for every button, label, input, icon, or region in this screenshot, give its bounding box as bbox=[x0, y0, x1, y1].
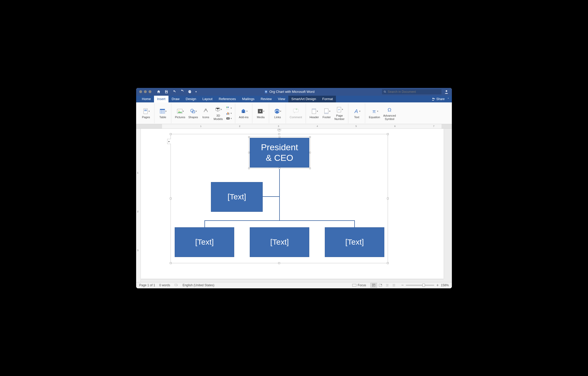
resize-handle[interactable] bbox=[278, 133, 280, 135]
icons-button[interactable]: Icons bbox=[200, 107, 212, 119]
header-button[interactable]: ▾ Header bbox=[308, 107, 320, 119]
focus-mode-button[interactable]: Focus bbox=[352, 283, 366, 287]
svg-point-4 bbox=[432, 98, 434, 99]
svg-text:W: W bbox=[265, 91, 267, 93]
tab-smartart-design[interactable]: SmartArt Design bbox=[288, 96, 319, 102]
zoom-level[interactable]: 158% bbox=[441, 283, 449, 287]
page-number-button[interactable]: #▾ Page Number bbox=[333, 106, 346, 121]
equation-button[interactable]: π▾ Equation bbox=[367, 107, 381, 119]
org-node-root[interactable]: President & CEO bbox=[250, 138, 309, 168]
page-indicator[interactable]: Page 1 of 1 bbox=[139, 283, 155, 287]
media-button[interactable]: ▾ Media bbox=[254, 107, 267, 119]
org-node-child[interactable]: [Text] bbox=[175, 227, 234, 257]
shape-handle[interactable] bbox=[309, 168, 311, 169]
save-icon[interactable] bbox=[164, 90, 168, 94]
document-page[interactable]: ⟳ ▸ bbox=[141, 129, 444, 279]
shapes-button[interactable]: ▾ Shapes bbox=[187, 107, 200, 119]
vertical-ruler[interactable]: 123 bbox=[136, 129, 141, 282]
text-pane-toggle[interactable]: ▸ bbox=[167, 139, 171, 144]
tab-review[interactable]: Review bbox=[258, 96, 275, 102]
screenshot-button[interactable]: ▾ bbox=[225, 116, 232, 121]
tab-layout[interactable]: Layout bbox=[199, 96, 216, 102]
word-count[interactable]: 0 words bbox=[159, 283, 170, 287]
text-button[interactable]: A▾ Text bbox=[350, 107, 363, 119]
resize-handle[interactable] bbox=[170, 198, 172, 199]
svg-rect-37 bbox=[372, 284, 375, 287]
title-bar: ▾ W Org Chart with Microsoft Word bbox=[136, 88, 452, 96]
search-box[interactable] bbox=[382, 89, 442, 94]
shape-handle[interactable] bbox=[309, 136, 311, 138]
symbol-button[interactable]: Ω Advanced Symbol bbox=[382, 106, 398, 121]
shape-handle[interactable] bbox=[248, 152, 250, 153]
shape-handle[interactable] bbox=[248, 168, 250, 169]
tab-insert[interactable]: Insert bbox=[154, 96, 169, 102]
connector-line bbox=[354, 220, 355, 228]
org-node-assistant[interactable]: [Text] bbox=[211, 182, 263, 212]
svg-rect-39 bbox=[381, 284, 382, 285]
zoom-thumb[interactable] bbox=[422, 284, 425, 287]
maximize-window-button[interactable] bbox=[149, 90, 151, 93]
tab-mailings[interactable]: Mailings bbox=[239, 96, 258, 102]
shape-handle[interactable] bbox=[279, 168, 280, 169]
print-icon[interactable] bbox=[188, 90, 192, 94]
org-node-child[interactable]: [Text] bbox=[325, 227, 384, 257]
svg-rect-16 bbox=[228, 107, 229, 108]
smartart-frame[interactable]: ⟳ ▸ bbox=[171, 134, 388, 263]
resize-handle[interactable] bbox=[170, 262, 172, 264]
minimize-window-button[interactable] bbox=[144, 90, 147, 93]
resize-handle[interactable] bbox=[387, 198, 389, 199]
table-button[interactable]: ▾ Table bbox=[157, 107, 169, 119]
window-controls[interactable] bbox=[139, 90, 151, 93]
web-layout-view-icon[interactable] bbox=[377, 283, 384, 288]
tab-home[interactable]: Home bbox=[139, 96, 154, 102]
tab-design[interactable]: Design bbox=[183, 96, 199, 102]
outline-view-icon[interactable] bbox=[384, 283, 391, 288]
rotate-handle-icon[interactable]: ⟳ bbox=[277, 129, 281, 132]
view-mode-buttons bbox=[370, 283, 397, 288]
svg-rect-22 bbox=[243, 112, 244, 113]
draft-view-icon[interactable] bbox=[391, 283, 397, 288]
tab-view[interactable]: View bbox=[275, 96, 288, 102]
smartart-button[interactable]: ▾ bbox=[225, 106, 232, 110]
svg-point-11 bbox=[179, 110, 179, 111]
home-icon[interactable] bbox=[157, 90, 161, 94]
resize-handle[interactable] bbox=[278, 262, 280, 264]
svg-rect-17 bbox=[226, 113, 227, 115]
tab-draw[interactable]: Draw bbox=[168, 96, 182, 102]
zoom-in-button[interactable]: + bbox=[436, 283, 439, 288]
zoom-slider[interactable] bbox=[406, 285, 434, 286]
svg-point-2 bbox=[384, 91, 386, 92]
word-doc-icon: W bbox=[264, 90, 268, 94]
redo-icon[interactable] bbox=[180, 90, 184, 94]
shape-handle[interactable] bbox=[309, 152, 311, 153]
horizontal-ruler[interactable]: 1234567 bbox=[136, 124, 452, 129]
pages-button[interactable]: ▾ Pages bbox=[140, 107, 152, 119]
page-scroll-area[interactable]: ⟳ ▸ bbox=[141, 129, 452, 282]
share-button[interactable]: Share ⌃ bbox=[432, 97, 449, 101]
links-button[interactable]: ▾ Links bbox=[271, 107, 284, 119]
resize-handle[interactable] bbox=[170, 133, 172, 135]
resize-handle[interactable] bbox=[387, 133, 389, 135]
addins-button[interactable]: ▾ Add-ins bbox=[237, 107, 250, 119]
shape-handle[interactable] bbox=[248, 136, 250, 138]
spellcheck-icon[interactable] bbox=[174, 283, 178, 287]
language-indicator[interactable]: English (United States) bbox=[182, 283, 214, 287]
resize-handle[interactable] bbox=[387, 262, 389, 264]
collapse-ribbon-icon[interactable]: ⌃ bbox=[447, 97, 449, 100]
print-layout-view-icon[interactable] bbox=[370, 283, 377, 288]
chart-button[interactable]: ▾ bbox=[225, 111, 232, 116]
footer-button[interactable]: ▾ Footer bbox=[320, 107, 333, 119]
svg-text:#: # bbox=[338, 108, 340, 111]
search-input[interactable] bbox=[388, 90, 440, 94]
svg-point-14 bbox=[205, 109, 207, 110]
shape-handle[interactable] bbox=[279, 136, 280, 138]
user-account-icon[interactable] bbox=[444, 89, 449, 94]
zoom-out-button[interactable]: − bbox=[401, 283, 404, 288]
close-window-button[interactable] bbox=[139, 90, 142, 93]
pictures-button[interactable]: ▾ Pictures bbox=[173, 107, 187, 119]
org-node-child[interactable]: [Text] bbox=[250, 227, 309, 257]
tab-format[interactable]: Format bbox=[319, 96, 336, 102]
tab-references[interactable]: References bbox=[216, 96, 239, 102]
3d-models-button[interactable]: ▾ 3D Models bbox=[212, 106, 224, 121]
undo-icon[interactable] bbox=[172, 90, 176, 94]
